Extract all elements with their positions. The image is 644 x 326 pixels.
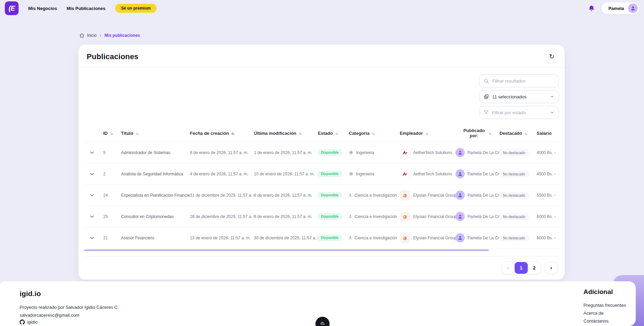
cell-categoria: Ciencia e Investigación <box>355 214 397 219</box>
sort-icon[interactable]: ↑↓ <box>525 131 527 135</box>
sort-icon[interactable]: ↑↓ <box>299 131 301 135</box>
premium-button[interactable]: Sé un premium <box>115 4 157 13</box>
footer-link-about[interactable]: Acerca de <box>583 311 604 316</box>
cell-titulo: Consultor en Criptomonedas <box>121 214 190 219</box>
card-divider <box>78 67 565 68</box>
row-expander-button[interactable] <box>87 190 97 200</box>
filter-funnel-icon <box>483 110 489 115</box>
publications-table: ID↑↓ Título↑↓ Fecha de creación≡↓ Última… <box>84 125 559 257</box>
header-id[interactable]: ID↑↓ <box>103 131 121 136</box>
header-categoria[interactable]: Categoria↑↓ <box>349 131 400 136</box>
gear-icon <box>349 172 353 176</box>
cell-publicado-por: Pamela De La Cruz <box>468 150 500 155</box>
cell-fecha-creacion: 26 de diciembre de 2025, 11:57 a. m. <box>190 214 254 219</box>
cell-id: 25 <box>103 214 121 219</box>
search-icon <box>483 78 489 84</box>
horizontal-scrollbar-thumb[interactable] <box>84 249 489 251</box>
github-icon <box>20 319 25 325</box>
cell-categoria: Ciencia e Investigación <box>355 236 397 240</box>
breadcrumb: Inicio › Mis publicaciones <box>79 33 140 38</box>
elysian-logo: ә <box>400 233 410 243</box>
destacado-badge: No destacado <box>500 213 529 220</box>
row-expander-button[interactable] <box>87 148 97 158</box>
breadcrumb-current[interactable]: Mis publicaciones <box>105 33 140 38</box>
cell-salario: 6000 Bs. - <box>537 214 559 219</box>
sort-icon[interactable]: ↑↓ <box>372 131 374 135</box>
cell-empleador: AetherTech Solutions <box>413 172 452 176</box>
chevron-down-icon <box>550 94 555 99</box>
sort-icon[interactable]: ↑↓ <box>110 131 112 135</box>
footer-additional-title: Adicional <box>583 288 613 296</box>
next-page-button[interactable]: › <box>545 262 558 274</box>
row-expander-button[interactable] <box>87 169 97 179</box>
chevron-right-icon: › <box>100 33 101 38</box>
refresh-button[interactable]: ↻ <box>545 50 558 63</box>
header-estado[interactable]: Estado↑↓ <box>318 131 349 136</box>
sort-icon[interactable]: ↑↓ <box>335 131 337 135</box>
cell-fecha-creacion: 8 de enero de 2026, 11:57 a. m. <box>190 150 254 155</box>
sort-icon[interactable]: ↑↓ <box>136 131 138 135</box>
search-input[interactable] <box>492 78 555 84</box>
header-titulo[interactable]: Título↑↓ <box>121 131 190 136</box>
cell-categoria: Ingenieria <box>356 150 374 155</box>
aethertech-logo <box>400 169 410 179</box>
header-destacado[interactable]: Destacado↑↓ <box>500 131 537 136</box>
user-menu[interactable]: Pamela <box>601 2 639 14</box>
cell-categoria: Ciencia e Investigación <box>355 193 397 198</box>
chevron-down-icon <box>550 110 555 115</box>
cell-salario: 4000 Bs. - <box>537 150 559 155</box>
filters-panel: 11 seleccionados Filtrar por estado <box>479 74 559 119</box>
breadcrumb-home[interactable]: Inicio <box>79 33 97 38</box>
home-icon <box>79 33 85 38</box>
table-row: 2 Analista de Seguridad Informática 4 de… <box>84 163 559 185</box>
cell-ultima-modificacion: 9 de enero de 2026, 11:57 a. m. <box>254 214 318 219</box>
sort-icon[interactable]: ↑↓ <box>425 131 428 135</box>
header-fecha-creacion[interactable]: Fecha de creación≡↓ <box>190 131 254 136</box>
horizontal-scrollbar <box>84 249 559 251</box>
sort-icon[interactable]: ↑↓ <box>489 131 491 135</box>
status-badge: Disponible <box>318 149 342 156</box>
page-2-button[interactable]: 2 <box>528 262 541 274</box>
page-1-button[interactable]: 1 <box>515 262 528 274</box>
columns-select[interactable]: 11 seleccionados <box>479 90 559 103</box>
row-expander-button[interactable] <box>87 233 97 243</box>
refresh-icon: ↻ <box>549 53 555 61</box>
nav-link-mis-negocios[interactable]: Mis Negocios <box>28 6 57 11</box>
elysian-logo: ә <box>400 211 410 222</box>
footer-github-link[interactable]: igidio <box>20 319 37 325</box>
header-salario[interactable]: Salario <box>537 131 559 136</box>
brand-logo[interactable]: (E <box>5 1 19 15</box>
publisher-avatar <box>455 212 465 221</box>
chevron-down-icon <box>89 214 95 219</box>
gear-icon <box>349 150 353 155</box>
publisher-avatar <box>455 148 465 157</box>
header-publicado-por[interactable]: Publicado por:↑↓ <box>455 128 500 139</box>
pagination: ‹ 1 2 › <box>501 262 558 274</box>
destacado-badge: No destacado <box>500 171 529 177</box>
notifications-bell-icon[interactable] <box>588 5 595 12</box>
header-empleador[interactable]: Empleador↑↓ <box>400 131 455 136</box>
cell-ultima-modificacion: 10 de enero de 2026, 11:57 a. m. <box>254 172 318 176</box>
footer-link-faq[interactable]: Preguntas frecuentes <box>583 303 626 308</box>
footer-email: salvadorcaceresc@gmail.com <box>20 313 79 318</box>
destacado-badge: No destacado <box>500 235 529 241</box>
brand-logo-glyph: (E <box>9 4 15 12</box>
prev-page-button[interactable]: ‹ <box>502 262 515 274</box>
cell-id: 5 <box>103 150 121 155</box>
status-filter-label: Filtrar por estado <box>492 110 547 115</box>
cell-id: 21 <box>103 236 121 240</box>
cell-empleador: Elysian Financial Group <box>413 214 455 219</box>
page-group: ‹ 1 2 <box>501 262 541 274</box>
table-row: 21 Asesor Financiero 13 de enero de 2026… <box>84 227 559 249</box>
footer-link-contact[interactable]: Contáctanos <box>583 318 609 324</box>
aethertech-logo <box>400 148 410 158</box>
nav-link-mis-publicaciones[interactable]: Mis Publicaciones <box>67 6 106 11</box>
header-ultima-modificacion[interactable]: Última modificación↑↓ <box>254 131 318 136</box>
mountains-icon <box>319 320 326 326</box>
row-expander-button[interactable] <box>87 211 97 222</box>
columns-selected-label: 11 seleccionados <box>492 94 547 99</box>
status-filter-select[interactable]: Filtrar por estado <box>479 106 559 119</box>
flask-icon <box>349 193 352 197</box>
publisher-avatar <box>455 233 465 242</box>
sort-desc-icon[interactable]: ≡↓ <box>231 131 234 135</box>
